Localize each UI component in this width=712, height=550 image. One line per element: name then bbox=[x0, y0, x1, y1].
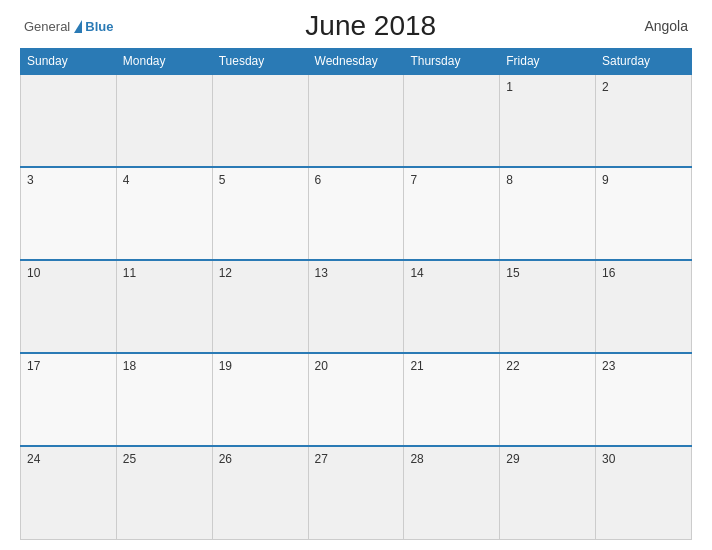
calendar-day-cell: 29 bbox=[500, 446, 596, 539]
calendar-week-row: 12 bbox=[21, 74, 692, 167]
calendar-day-cell: 26 bbox=[212, 446, 308, 539]
calendar-table: Sunday Monday Tuesday Wednesday Thursday… bbox=[20, 48, 692, 540]
header-sunday: Sunday bbox=[21, 49, 117, 75]
calendar-day-cell: 27 bbox=[308, 446, 404, 539]
calendar-day-cell: 2 bbox=[596, 74, 692, 167]
calendar-day-cell: 6 bbox=[308, 167, 404, 260]
calendar-day-cell: 8 bbox=[500, 167, 596, 260]
calendar-week-row: 24252627282930 bbox=[21, 446, 692, 539]
country-label: Angola bbox=[628, 18, 688, 34]
header-thursday: Thursday bbox=[404, 49, 500, 75]
calendar-week-row: 3456789 bbox=[21, 167, 692, 260]
calendar-day-cell: 28 bbox=[404, 446, 500, 539]
calendar-day-cell: 4 bbox=[116, 167, 212, 260]
calendar-day-cell: 17 bbox=[21, 353, 117, 446]
calendar-day-cell: 12 bbox=[212, 260, 308, 353]
calendar-day-cell bbox=[308, 74, 404, 167]
calendar-day-cell: 21 bbox=[404, 353, 500, 446]
calendar-day-cell bbox=[21, 74, 117, 167]
header-saturday: Saturday bbox=[596, 49, 692, 75]
calendar-day-cell: 20 bbox=[308, 353, 404, 446]
calendar-day-cell bbox=[116, 74, 212, 167]
calendar-title: June 2018 bbox=[113, 10, 628, 42]
calendar-day-cell: 1 bbox=[500, 74, 596, 167]
calendar-day-cell: 14 bbox=[404, 260, 500, 353]
calendar-week-row: 10111213141516 bbox=[21, 260, 692, 353]
logo-general-text: General bbox=[24, 19, 70, 34]
calendar-day-cell: 7 bbox=[404, 167, 500, 260]
logo: General Blue bbox=[24, 19, 113, 34]
calendar-day-cell: 18 bbox=[116, 353, 212, 446]
calendar-day-cell: 25 bbox=[116, 446, 212, 539]
calendar-day-cell: 23 bbox=[596, 353, 692, 446]
calendar-day-cell: 11 bbox=[116, 260, 212, 353]
logo-triangle-icon bbox=[74, 20, 82, 33]
calendar-day-cell: 15 bbox=[500, 260, 596, 353]
calendar-day-cell: 10 bbox=[21, 260, 117, 353]
calendar-week-row: 17181920212223 bbox=[21, 353, 692, 446]
calendar-day-cell: 16 bbox=[596, 260, 692, 353]
header-friday: Friday bbox=[500, 49, 596, 75]
calendar-day-cell: 13 bbox=[308, 260, 404, 353]
calendar-day-cell: 22 bbox=[500, 353, 596, 446]
calendar-day-cell: 19 bbox=[212, 353, 308, 446]
calendar-day-cell: 24 bbox=[21, 446, 117, 539]
calendar-day-cell: 30 bbox=[596, 446, 692, 539]
header-tuesday: Tuesday bbox=[212, 49, 308, 75]
calendar-day-cell bbox=[404, 74, 500, 167]
calendar-day-cell: 3 bbox=[21, 167, 117, 260]
header-monday: Monday bbox=[116, 49, 212, 75]
logo-blue-text: Blue bbox=[85, 19, 113, 34]
calendar-day-cell: 5 bbox=[212, 167, 308, 260]
header-wednesday: Wednesday bbox=[308, 49, 404, 75]
page-header: General Blue June 2018 Angola bbox=[20, 10, 692, 42]
calendar-day-cell bbox=[212, 74, 308, 167]
calendar-day-cell: 9 bbox=[596, 167, 692, 260]
weekday-header-row: Sunday Monday Tuesday Wednesday Thursday… bbox=[21, 49, 692, 75]
